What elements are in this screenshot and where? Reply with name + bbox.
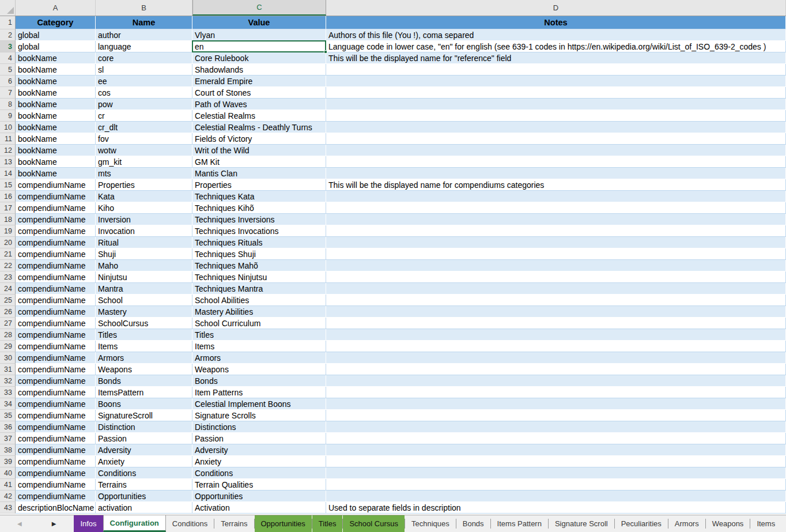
cell[interactable]: Maho [96, 260, 192, 271]
row-header[interactable]: 17 [0, 202, 16, 214]
cell[interactable] [326, 87, 786, 99]
cell[interactable]: bookName [16, 52, 96, 64]
cell[interactable] [326, 248, 786, 260]
cell[interactable]: Kata [96, 191, 192, 202]
cell[interactable]: ee [96, 76, 192, 87]
sheet-tab-titles[interactable]: Titles [312, 515, 343, 532]
cell[interactable]: School [96, 295, 192, 306]
cell[interactable]: mts [96, 168, 192, 179]
cell[interactable]: Titles [192, 329, 326, 341]
cell[interactable]: compendiumName [16, 456, 96, 467]
cell[interactable]: bookName [16, 122, 96, 133]
cell[interactable] [326, 122, 786, 133]
cell[interactable]: Passion [192, 433, 326, 444]
row-header[interactable]: 36 [0, 421, 16, 433]
cell[interactable]: Celestial Realms [192, 110, 326, 122]
cell[interactable]: bookName [16, 76, 96, 87]
row-header[interactable]: 20 [0, 237, 16, 248]
cell[interactable]: language [96, 41, 192, 52]
column-header-b[interactable]: B [96, 0, 192, 16]
cell[interactable]: Terrain Qualities [192, 479, 326, 491]
sheet-tab-peculiarities[interactable]: Peculiarities [615, 515, 668, 532]
cell[interactable] [326, 283, 786, 295]
cell[interactable]: Techniques Inversions [192, 214, 326, 225]
table-header-cell[interactable]: Category [16, 16, 96, 29]
cell[interactable]: Inversion [96, 214, 192, 225]
row-header[interactable]: 33 [0, 387, 16, 398]
cell[interactable] [326, 202, 786, 214]
cell[interactable]: Techniques Shuji [192, 248, 326, 260]
cell[interactable]: Opportunities [192, 491, 326, 502]
cell[interactable] [326, 271, 786, 283]
cell[interactable]: activation [96, 502, 192, 514]
cell[interactable]: compendiumName [16, 467, 96, 479]
cell[interactable]: Techniques Invocations [192, 225, 326, 237]
cell[interactable] [326, 225, 786, 237]
cell[interactable]: compendiumName [16, 375, 96, 387]
cell[interactable]: Writ of the Wild [192, 145, 326, 156]
sheet-tab-opportunities[interactable]: Opportunities [255, 515, 312, 532]
cell[interactable]: pow [96, 99, 192, 110]
cell[interactable]: Signature Scrolls [192, 410, 326, 421]
row-header[interactable]: 21 [0, 248, 16, 260]
cell[interactable]: Titles [96, 329, 192, 341]
cell[interactable]: Celestial Implement Boons [192, 398, 326, 410]
cell[interactable]: Items [192, 341, 326, 352]
cell[interactable]: SchoolCursus [96, 318, 192, 329]
cell[interactable] [326, 421, 786, 433]
cell[interactable] [326, 306, 786, 318]
cell[interactable]: Shuji [96, 248, 192, 260]
table-header-cell[interactable]: Name [96, 16, 192, 29]
sheet-tab-items-pattern[interactable]: Items Pattern [491, 515, 548, 532]
cell[interactable]: wotw [96, 145, 192, 156]
cell[interactable]: compendiumName [16, 179, 96, 191]
cell[interactable] [326, 191, 786, 202]
cell[interactable]: GM Kit [192, 156, 326, 168]
cell[interactable]: Activation [192, 502, 326, 514]
cell[interactable] [326, 456, 786, 467]
row-header[interactable]: 43 [0, 502, 16, 514]
row-header[interactable]: 7 [0, 87, 16, 99]
cell[interactable]: Boons [96, 398, 192, 410]
select-all-corner[interactable] [0, 0, 16, 16]
sheet-tab-terrains[interactable]: Terrains [214, 515, 254, 532]
cell[interactable]: Invocation [96, 225, 192, 237]
cell[interactable]: Anxiety [192, 456, 326, 467]
cell[interactable]: Adversity [192, 444, 326, 456]
cell[interactable]: Weapons [96, 364, 192, 375]
cell[interactable] [326, 479, 786, 491]
cell[interactable]: Celestial Realms - Deathly Turns [192, 122, 326, 133]
cell[interactable]: compendiumName [16, 387, 96, 398]
cell[interactable]: bookName [16, 64, 96, 76]
cell[interactable] [326, 444, 786, 456]
cell[interactable]: Techniques Rituals [192, 237, 326, 248]
sheet-tab-school-cursus[interactable]: School Cursus [343, 515, 405, 532]
sheet-tab-techniques[interactable]: Techniques [405, 515, 456, 532]
cell[interactable]: bookName [16, 87, 96, 99]
cell[interactable]: Kiho [96, 202, 192, 214]
cell[interactable]: compendiumName [16, 260, 96, 271]
row-header[interactable]: 41 [0, 479, 16, 491]
sheet-tab-bonds[interactable]: Bonds [456, 515, 490, 532]
row-header[interactable]: 39 [0, 456, 16, 467]
cell[interactable]: compendiumName [16, 283, 96, 295]
row-header[interactable]: 13 [0, 156, 16, 168]
cell[interactable]: compendiumName [16, 191, 96, 202]
cell[interactable]: sl [96, 64, 192, 76]
cell[interactable]: Properties [192, 179, 326, 191]
cell[interactable]: Mastery [96, 306, 192, 318]
cell[interactable]: cos [96, 87, 192, 99]
row-header[interactable]: 2 [0, 29, 16, 41]
cell[interactable]: cr [96, 110, 192, 122]
cell[interactable] [326, 329, 786, 341]
row-header[interactable]: 1 [0, 16, 16, 29]
cell[interactable]: Distinction [96, 421, 192, 433]
row-header[interactable]: 11 [0, 133, 16, 145]
cell[interactable] [326, 387, 786, 398]
cell[interactable]: compendiumName [16, 306, 96, 318]
cell[interactable] [326, 352, 786, 364]
cell[interactable] [326, 214, 786, 225]
cell[interactable] [326, 341, 786, 352]
cell[interactable]: compendiumName [16, 398, 96, 410]
cell[interactable]: en [192, 41, 326, 52]
